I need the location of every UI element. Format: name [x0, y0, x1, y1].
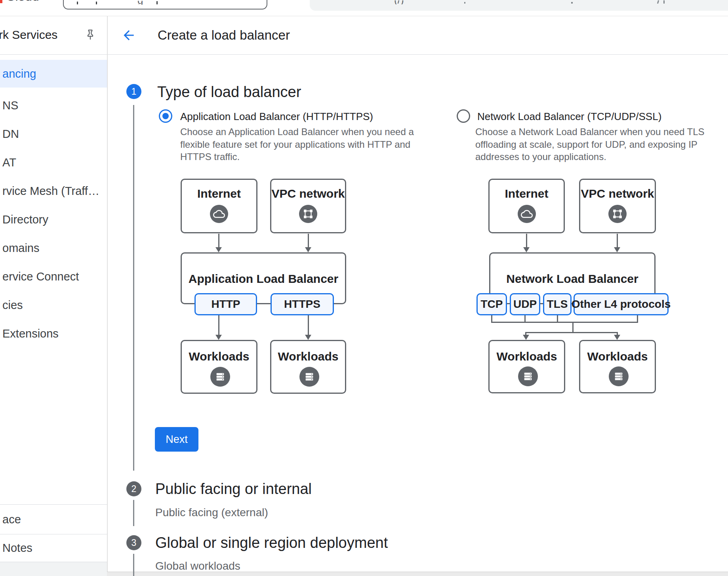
sidebar-item-extensions[interactable]: Extensions: [0, 319, 107, 348]
step1-badge: 1: [126, 84, 141, 99]
google-cloud-logo-text: Cloud: [6, 0, 44, 4]
step2-title: Public facing or internal: [155, 481, 312, 498]
step1-title: Type of load balancer: [157, 84, 301, 101]
sidebar-content-divider: [107, 16, 108, 576]
sidebar-item-release-notes[interactable]: Notes: [0, 534, 107, 562]
alb-internet-box: Internet: [181, 179, 257, 233]
sidebar-item-domains[interactable]: omains: [0, 234, 107, 262]
workloads-icon: [609, 366, 629, 386]
protocol-chip-tls: TLS: [543, 293, 572, 315]
search-placeholder-fragment: [571, 2, 573, 4]
option-desc-alb: Choose an Application Load Balancer when…: [180, 126, 414, 163]
step2-value: Public facing (external): [155, 506, 268, 519]
arrow-down-icon: [614, 247, 620, 252]
workloads-icon: [518, 366, 538, 386]
protocol-chip-udp: UDP: [510, 293, 540, 315]
nlb-workloads-box: Workloads: [488, 340, 565, 393]
diagram-box-label: Workloads: [271, 350, 345, 363]
sidebar-item-directory[interactable]: Directory: [0, 205, 107, 234]
connector-line: [526, 234, 527, 248]
nlb-diagram: Internet VPC network Network Load Balanc…: [476, 179, 669, 394]
connector-line: [218, 234, 219, 248]
sidebar-item-nat[interactable]: AT: [0, 148, 107, 177]
workloads-icon: [299, 367, 319, 387]
connector-line: [491, 322, 638, 323]
sidebar-item-marketplace[interactable]: ace: [0, 505, 107, 534]
sidebar-item-service-mesh[interactable]: rvice Mesh (Traff…: [0, 177, 107, 205]
diagram-box-label: VPC network: [271, 187, 345, 200]
diagram-box-label: Application Load Balancer: [182, 272, 345, 286]
arrow-down-icon: [523, 335, 529, 340]
vpc-network-icon: [608, 205, 627, 223]
protocol-chip-https: HTTPS: [271, 293, 334, 315]
protocol-chip-http: HTTP: [194, 293, 257, 315]
desc-line: HTTPS traffic.: [180, 151, 414, 163]
desc-line: addresses to your applications.: [475, 151, 705, 163]
diagram-box-label: Network Load Balancer: [490, 272, 654, 286]
arrow-down-icon: [523, 247, 530, 252]
page-title: Create a load balancer: [158, 28, 290, 43]
step2-badge: 2: [126, 481, 141, 496]
workloads-icon: [210, 367, 230, 387]
option-desc-nlb: Choose a Network Load Balancer when you …: [475, 126, 705, 163]
alb-vpc-box: VPC network: [270, 179, 346, 233]
sidebar-item-cdn[interactable]: DN: [0, 120, 107, 148]
diagram-box-label: Internet: [490, 187, 564, 200]
stepper-line: [133, 554, 134, 576]
arrow-down-icon: [215, 335, 222, 340]
cloud-icon: [210, 205, 228, 223]
arrow-down-icon: [305, 335, 311, 340]
connector-line: [218, 315, 219, 335]
diagram-box-label: Workloads: [182, 350, 256, 363]
sidebar-item-service-connect[interactable]: ervice Connect: [0, 262, 107, 291]
stepper-line: [133, 500, 134, 526]
top-app-bar: Cloud g (/): [0, 0, 728, 16]
nlb-internet-box: Internet: [488, 179, 565, 233]
sidebar-bottom-strip: [0, 562, 107, 576]
step3-value: Global workloads: [155, 560, 240, 572]
desc-line: flexible feature set for your applicatio…: [180, 138, 414, 151]
header-divider: [0, 54, 728, 55]
connector-line: [617, 234, 618, 248]
radio-application-load-balancer[interactable]: [159, 109, 172, 123]
desc-line: offloading at scale, support for UDP, an…: [475, 138, 705, 151]
search-placeholder-fragment: [464, 2, 465, 4]
cloud-icon: [518, 205, 536, 223]
diagram-box-label: Workloads: [580, 350, 655, 363]
radio-network-load-balancer[interactable]: [457, 109, 470, 123]
alb-workloads-box: Workloads: [270, 340, 346, 394]
option-label-alb[interactable]: Application Load Balancer (HTTP/HTTPS): [180, 111, 373, 123]
nlb-workloads-box: Workloads: [579, 340, 656, 393]
connector-line: [572, 322, 574, 333]
search-placeholder-fragment: [663, 0, 665, 4]
stepper-line: [133, 105, 134, 471]
pin-icon[interactable]: [84, 28, 97, 41]
sidebar-section-title: rk Services: [0, 28, 57, 42]
arrow-down-icon: [305, 247, 311, 252]
sidebar-item-load-balancing[interactable]: ancing: [0, 60, 107, 88]
sidebar-item-policies[interactable]: cies: [0, 291, 107, 319]
create-load-balancer-page: Cloud g (/) rk Services: [0, 0, 728, 576]
step3-badge: 3: [126, 535, 141, 550]
connector-line: [308, 234, 309, 248]
alb-workloads-box: Workloads: [181, 340, 257, 394]
search-text-cursor: [156, 1, 158, 4]
search-text-fragment: [77, 2, 78, 4]
diagram-box-label: VPC network: [580, 187, 655, 200]
project-search-input[interactable]: g: [63, 0, 267, 10]
nlb-vpc-box: VPC network: [579, 179, 656, 233]
step3-title: Global or single region deployment: [155, 534, 388, 551]
global-search-input[interactable]: (/): [310, 0, 728, 11]
back-arrow-icon[interactable]: [121, 28, 136, 43]
sidebar-item-dns[interactable]: NS: [0, 91, 107, 120]
vpc-network-icon: [299, 205, 317, 223]
option-label-nlb[interactable]: Network Load Balancer (TCP/UDP/SSL): [477, 111, 661, 123]
diagram-box-label: Workloads: [490, 350, 564, 363]
desc-line: Choose a Network Load Balancer when you …: [475, 126, 705, 138]
connector-line: [308, 315, 309, 335]
next-button[interactable]: Next: [155, 427, 198, 452]
search-placeholder-fragment: (/): [394, 0, 415, 4]
arrow-down-icon: [215, 247, 222, 252]
alb-diagram: Internet VPC network Application Load Ba…: [181, 179, 346, 394]
search-text-fragment: [96, 2, 97, 4]
